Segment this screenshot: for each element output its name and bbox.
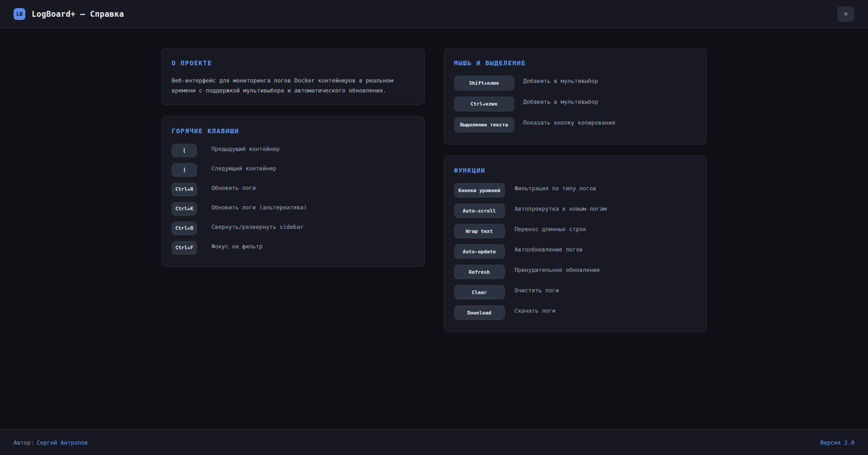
function-row: Clear Очистить логи	[454, 285, 697, 300]
functions-card: ФУНКЦИИ Кнопки уровней Фильтрация по тип…	[444, 155, 707, 332]
function-badge: Кнопки уровней	[454, 183, 505, 198]
function-description: Автопрокрутка к новым логам	[515, 203, 607, 213]
app-logo: LB	[14, 8, 25, 20]
main-content: О ПРОЕКТЕ Веб-интерфейс для мониторинга …	[161, 28, 707, 429]
hotkey-description: Следующий контейнер	[211, 163, 276, 173]
hotkey-row: [ Предыдущий контейнер	[172, 144, 414, 157]
function-badge: Wrap text	[454, 224, 505, 238]
function-badge: Auto-scroll	[454, 203, 505, 218]
author-label: Автор:	[14, 439, 34, 446]
function-badge: Download	[454, 305, 505, 320]
hotkey-badge: Ctrl+K	[172, 202, 197, 216]
mouse-action-description: Показать кнопку копирования	[523, 117, 615, 127]
hotkey-row: Ctrl+R Обновить логи	[172, 183, 414, 196]
left-column: О ПРОЕКТЕ Веб-интерфейс для мониторинга …	[161, 48, 425, 267]
help-page: LB LogBoard+ — Справка ✕ О ПРОЕКТЕ Веб-и…	[0, 0, 868, 455]
hotkey-badge: Ctrl+B	[172, 222, 197, 235]
app-footer: Автор:Сергей Антропов Версия 2.0	[0, 429, 868, 455]
hotkey-description: Обновить логи (альтернатива)	[211, 202, 307, 212]
page-title: LogBoard+ — Справка	[32, 10, 124, 19]
mouse-action-badge: Shift+клик	[454, 76, 514, 91]
function-description: Принудительное обновление	[515, 265, 600, 274]
mouse-row: Shift+клик Добавить в мультивыбор	[454, 76, 697, 91]
functions-list: Кнопки уровней Фильтрация по типу логов …	[454, 183, 697, 320]
mouse-row: Выделение текста Показать кнопку копиров…	[454, 117, 697, 132]
function-row: Download Скачать логи	[454, 305, 697, 320]
app-header: LB LogBoard+ — Справка ✕	[0, 0, 868, 28]
mouse-list: Shift+клик Добавить в мультивыбор Ctrl+к…	[454, 76, 697, 132]
function-description: Очистить логи	[515, 285, 559, 295]
right-column: МЫШЬ И ВЫДЕЛЕНИЕ Shift+клик Добавить в м…	[444, 48, 707, 332]
function-row: Refresh Принудительное обновление	[454, 265, 697, 279]
author-link[interactable]: Сергей Антропов	[37, 439, 88, 446]
mouse-card: МЫШЬ И ВЫДЕЛЕНИЕ Shift+клик Добавить в м…	[444, 48, 707, 145]
hotkey-badge: [	[172, 144, 197, 157]
functions-card-title: ФУНКЦИИ	[454, 167, 697, 174]
footer-author: Автор:Сергей Антропов	[14, 439, 88, 446]
function-description: Фильтрация по типу логов	[515, 183, 597, 193]
mouse-action-badge: Выделение текста	[454, 117, 514, 132]
about-card-title: О ПРОЕКТЕ	[172, 59, 414, 67]
version-label: Версия 2.0	[820, 439, 854, 446]
hotkeys-card: ГОРЯЧИЕ КЛАВИШИ [ Предыдущий контейнер ]…	[161, 116, 425, 267]
mouse-action-badge: Ctrl+клик	[454, 97, 514, 111]
mouse-row: Ctrl+клик Добавить в мультивыбор	[454, 97, 697, 111]
hotkey-badge: ]	[172, 163, 197, 177]
hotkey-row: Ctrl+B Свернуть/развернуть sidebar	[172, 222, 414, 235]
close-icon: ✕	[844, 10, 848, 17]
hotkey-description: Обновить логи	[211, 183, 256, 192]
function-badge: Clear	[454, 285, 505, 300]
hotkey-description: Предыдущий контейнер	[211, 144, 280, 153]
hotkeys-list: [ Предыдущий контейнер ] Следующий конте…	[172, 144, 414, 255]
hotkey-badge: Ctrl+R	[172, 183, 197, 196]
function-description: Автообновление логов	[515, 244, 583, 254]
about-card: О ПРОЕКТЕ Веб-интерфейс для мониторинга …	[161, 48, 425, 105]
hotkeys-card-title: ГОРЯЧИЕ КЛАВИШИ	[172, 127, 414, 135]
hotkey-row: Ctrl+F Фокус на фильтр	[172, 241, 414, 255]
mouse-action-description: Добавить в мультивыбор	[523, 76, 599, 85]
hotkey-description: Фокус на фильтр	[211, 241, 263, 251]
function-row: Auto-update Автообновление логов	[454, 244, 697, 259]
function-badge: Auto-update	[454, 244, 505, 259]
function-description: Перенос длинных строк	[515, 224, 586, 233]
function-badge: Refresh	[454, 265, 505, 279]
mouse-card-title: МЫШЬ И ВЫДЕЛЕНИЕ	[454, 59, 697, 67]
function-row: Wrap text Перенос длинных строк	[454, 224, 697, 238]
hotkey-badge: Ctrl+F	[172, 241, 197, 255]
about-text: Веб-интерфейс для мониторинга логов Dock…	[172, 76, 414, 96]
hotkey-row: ] Следующий контейнер	[172, 163, 414, 177]
hotkey-description: Свернуть/развернуть sidebar	[211, 222, 303, 231]
close-button[interactable]: ✕	[837, 6, 854, 22]
hotkey-row: Ctrl+K Обновить логи (альтернатива)	[172, 202, 414, 216]
function-row: Auto-scroll Автопрокрутка к новым логам	[454, 203, 697, 218]
mouse-action-description: Добавить в мультивыбор	[523, 97, 599, 106]
function-row: Кнопки уровней Фильтрация по типу логов	[454, 183, 697, 198]
function-description: Скачать логи	[515, 305, 556, 315]
